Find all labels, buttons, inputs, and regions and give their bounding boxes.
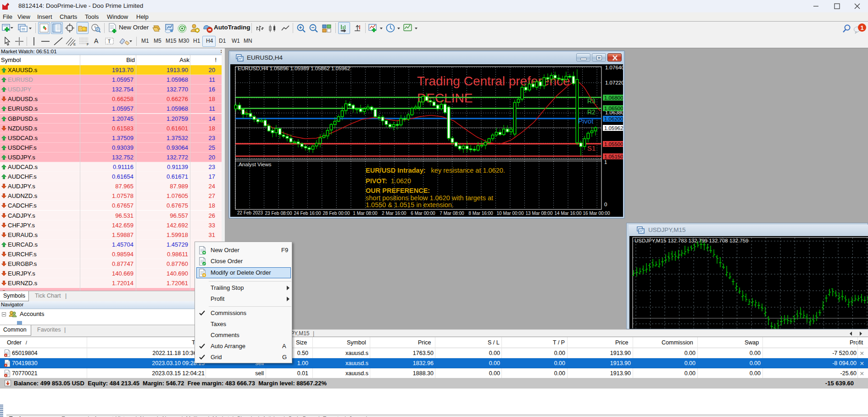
svg-text:1.0550 & 1.0515 in extension.: 1.0550 & 1.0515 in extension. [366,201,454,208]
svg-text:22 Feb 2023: 22 Feb 2023 [237,210,263,215]
svg-text:.Analyst Views: .Analyst Views [237,162,272,167]
svg-text:EURUSD,H4 1.05896 1.05989 1.0: EURUSD,H4 1.05896 1.05989 1.05862 1.0596… [238,66,351,71]
svg-text:USDJPY,M15 132.783 132.799 13: USDJPY,M15 132.783 132.799 132.708 132.7… [634,238,749,243]
svg-text:1: 1 [860,24,863,31]
svg-text:8 Mar 16:00: 8 Mar 16:00 [468,211,493,216]
svg-text:R3: R3 [587,97,595,105]
svg-text:T: T [108,39,111,44]
svg-text:23 Feb 08:00: 23 Feb 08:00 [265,211,292,216]
svg-text:S1: S1 [587,144,595,152]
svg-text:1.05500: 1.05500 [604,141,623,147]
svg-text:10 Mar 00:00: 10 Mar 00:00 [497,211,524,216]
svg-text:2 Mar 16:00: 2 Mar 16:00 [382,211,406,216]
svg-text:E: E [73,42,76,46]
svg-text:1.07220: 1.07220 [605,80,623,85]
svg-text:14 Mar 16:00: 14 Mar 16:00 [555,211,582,216]
svg-text:Pivot: Pivot [578,117,594,125]
svg-text:OUR PREFERENCE:: OUR PREFERENCE: [366,187,430,194]
svg-text:6 Mar 00:00: 6 Mar 00:00 [411,211,435,216]
svg-text:R2: R2 [587,108,595,116]
svg-text:16 Mar 00:00: 16 Mar 00:00 [583,211,610,216]
svg-text:24 Feb 16:00: 24 Feb 16:00 [294,211,321,216]
svg-text:28 Feb 00:00: 28 Feb 00:00 [323,211,350,216]
svg-text:1 Mar 08:00: 1 Mar 08:00 [353,211,378,216]
svg-text:EUR/USD Intraday: key resist: EUR/USD Intraday: key resistance at 1.06… [366,167,505,174]
svg-text:1.06500: 1.06500 [604,106,623,111]
svg-text:1.07640: 1.07640 [605,65,623,70]
svg-text:1.05962: 1.05962 [604,125,623,131]
svg-text:0: 0 [604,202,607,207]
svg-text:7 Mar 08:00: 7 Mar 08:00 [440,211,464,216]
svg-text:1: 1 [604,159,607,165]
svg-text:1.06200: 1.06200 [604,116,623,122]
svg-text:F: F [87,42,89,46]
svg-text:PIVOT: 1.0620: PIVOT: 1.0620 [366,177,411,185]
svg-text:1.06800: 1.06800 [604,95,623,101]
svg-text:1.05150: 1.05150 [604,154,623,159]
svg-text:short positions below 1.0620 w: short positions below 1.0620 with target… [366,194,493,202]
svg-text:Trading Central preference: Trading Central preference [417,74,570,88]
svg-text:13 Mar 08:00: 13 Mar 08:00 [526,211,553,216]
